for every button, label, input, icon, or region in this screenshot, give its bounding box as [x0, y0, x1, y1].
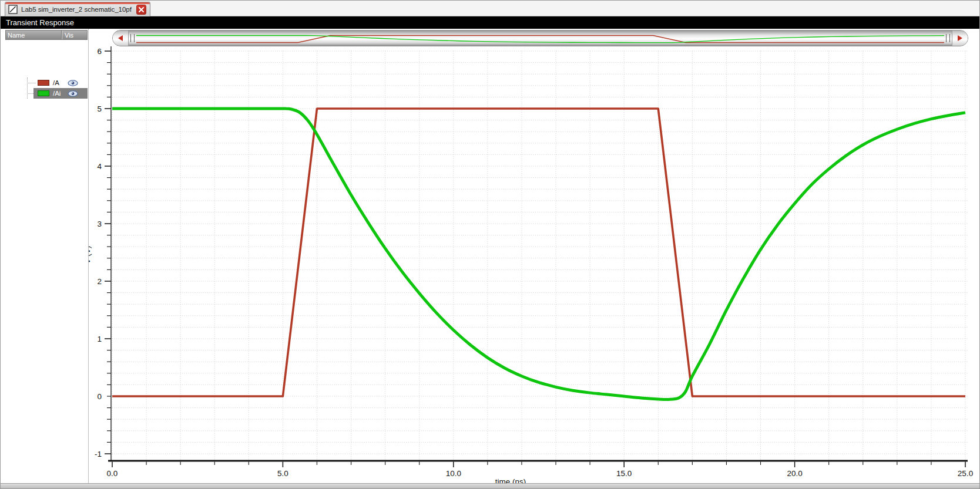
y-tick-label: 0	[97, 392, 102, 401]
close-x-icon	[138, 6, 145, 13]
x-tick-label: 15.0	[616, 469, 632, 478]
x-tick-label: 20.0	[787, 469, 802, 478]
viva-waveform-window: Lab5 sim_inverter_2 schematic_10pf Trans…	[0, 0, 980, 489]
visibility-eye-icon[interactable]	[68, 90, 78, 97]
x-axis-overview-scrollbar[interactable]	[112, 30, 968, 46]
visibility-eye-icon[interactable]	[68, 80, 78, 86]
x-tick-label: 25.0	[958, 469, 973, 478]
x-tick-label: 10.0	[446, 469, 461, 478]
y-tick-label: 3	[97, 220, 102, 228]
thumb-grip-left[interactable]	[130, 34, 135, 42]
tab-title: Lab5 sim_inverter_2 schematic_10pf	[21, 6, 132, 13]
legend-header: Name Vis	[5, 30, 88, 40]
y-tick-label: 5	[97, 104, 102, 113]
plot-title-bar: Transient Response	[1, 16, 979, 29]
scrollbar-thumb[interactable]	[129, 31, 952, 46]
scroll-left-button[interactable]	[113, 31, 129, 46]
tree-line-vertical	[27, 77, 28, 99]
plot-title: Transient Response	[6, 18, 74, 27]
trace-color-swatch	[38, 80, 49, 86]
left-arrow-icon	[118, 35, 123, 41]
scroll-right-button[interactable]	[952, 31, 968, 46]
legend-column-name[interactable]: Name	[6, 31, 61, 39]
y-tick-label: 6	[97, 47, 102, 56]
y-tick-label: 4	[97, 162, 102, 171]
tab-accent-line	[5, 2, 150, 4]
x-tick-label: 0.0	[107, 469, 118, 478]
trace-Ai[interactable]	[112, 109, 965, 400]
legend-item-Ai[interactable]: /Ai	[33, 88, 88, 99]
signal-name-label: /Ai	[53, 90, 61, 97]
y-tick-label: 1	[97, 335, 102, 343]
overview-mini-plot	[136, 31, 944, 45]
plot-window-content: 6543210-10.05.010.015.020.025.0time (ns)…	[1, 29, 980, 489]
bottom-bar	[1, 483, 979, 488]
right-arrow-icon	[958, 35, 962, 41]
signal-name-label: /A	[53, 79, 59, 86]
y-tick-label: 2	[97, 277, 102, 286]
x-tick-label: 5.0	[277, 469, 288, 478]
graph-plot-icon	[8, 5, 18, 14]
signal-legend-panel: Name Vis /A/Ai	[1, 29, 89, 489]
graph-tab[interactable]: Lab5 sim_inverter_2 schematic_10pf	[5, 2, 150, 16]
trace-color-swatch	[38, 90, 49, 96]
mini-trace-Ai	[136, 36, 944, 43]
tab-close-button[interactable]	[136, 5, 146, 15]
y-tick-label: -1	[95, 450, 102, 458]
tab-bar: Lab5 sim_inverter_2 schematic_10pf	[1, 1, 979, 16]
trace-A[interactable]	[112, 109, 965, 396]
legend-item-A[interactable]: /A	[33, 77, 88, 88]
thumb-grip-right[interactable]	[946, 34, 950, 42]
plot-area: 6543210-10.05.010.015.020.025.0time (ns)…	[1, 29, 980, 489]
legend-column-vis[interactable]: Vis	[61, 31, 87, 39]
